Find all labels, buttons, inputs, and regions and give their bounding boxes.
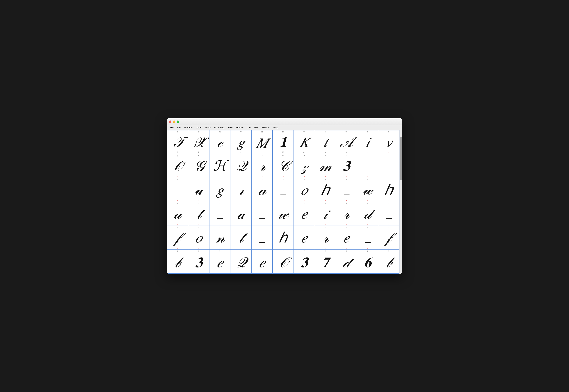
glyph-cell[interactable]: ?𝒪 (273, 250, 294, 274)
glyph-cell[interactable]: ?𝓇? (252, 154, 273, 178)
glyph-cell[interactable]: ?𝑜? (188, 226, 210, 250)
glyph-cell[interactable]: ?𝑒 (210, 250, 231, 274)
menu-item-element[interactable]: Element (183, 126, 195, 129)
glyph-cell[interactable]: ?𝓉? (188, 202, 210, 226)
glyph-cell[interactable]: ?𝓌? (357, 178, 378, 202)
glyph-cell[interactable]: ?𝓇? (315, 226, 336, 250)
glyph-cell[interactable]: ?𝒷 (167, 250, 188, 274)
scrollbar-thumb[interactable] (400, 137, 402, 180)
glyph-cell[interactable]: ?_? (252, 226, 273, 250)
menu-item-encoding[interactable]: Encoding (213, 126, 225, 129)
menu-item-mm[interactable]: MM (253, 126, 260, 129)
glyph-cell[interactable]: ?𝟑 (294, 250, 315, 274)
glyph-cell[interactable]: ?𝒻? (167, 226, 188, 250)
glyph-cell[interactable]: ?𝒻? (378, 226, 399, 250)
glyph-cell[interactable]: 吟𝑔𝒔 (230, 130, 252, 154)
glyph-cell[interactable]: 甲𝒜i (336, 130, 357, 154)
glyph-cell[interactable]: ?𝒹? (357, 202, 378, 226)
glyph-cell[interactable]: ?𝒹 (336, 250, 357, 274)
scrollbar-track[interactable] (399, 130, 402, 274)
glyph-cell[interactable]: ?𝑜? (294, 178, 315, 202)
glyph-cell[interactable]: ?_? (378, 202, 399, 226)
glyph-cell[interactable]: ?? (357, 154, 378, 178)
glyph-cell[interactable]: ?𝓇? (336, 202, 357, 226)
glyph-cell[interactable]: ?𝓇? (230, 178, 252, 202)
close-button[interactable] (169, 121, 171, 123)
glyph-cell[interactable]: ?ℎ? (273, 226, 294, 250)
glyph-footer: ? (261, 175, 263, 178)
glyph-footer (198, 273, 199, 273)
glyph-cell[interactable]: ?_? (357, 226, 378, 250)
maximize-button[interactable] (177, 121, 179, 123)
glyph-cell[interactable]: ?𝓃? (210, 226, 231, 250)
glyph-cell[interactable]: ホ𝒳囲 (188, 130, 210, 154)
glyph-cell[interactable]: ?𝑒? (294, 226, 315, 250)
glyph-character: 𝟕 (322, 252, 329, 273)
glyph-cell[interactable]: ?𝓏? (294, 154, 315, 178)
glyph-cell[interactable]: 甲𝐾𝑔ᵐ (294, 130, 315, 154)
glyph-character: 𝒶 (258, 181, 266, 199)
glyph-cell[interactable]: ?_? (273, 178, 294, 202)
glyph-cell[interactable]: ?_? (336, 178, 357, 202)
glyph-footer (240, 273, 242, 273)
glyph-cell[interactable]: ?𝓌? (273, 202, 294, 226)
glyph-cell[interactable]: ?𝒷 (378, 250, 399, 274)
glyph-cell[interactable]: ?𝑒? (294, 202, 315, 226)
glyph-cell[interactable]: 囲𝒞? (273, 154, 294, 178)
glyph-cell[interactable]: ?𝓂? (315, 154, 336, 178)
glyph-cell[interactable]: 斟𝑡8 (315, 130, 336, 154)
glyph-cell[interactable]: ?𝟑? (336, 154, 357, 178)
menu-item-view[interactable]: View (226, 126, 234, 129)
glyph-cell[interactable]: 囲𝒯囲 (167, 130, 188, 154)
glyph-cell[interactable]: 囲𝒢? (188, 154, 210, 178)
glyph-header: ? (294, 178, 315, 181)
scrollbar[interactable] (399, 130, 402, 274)
glyph-footer: 囲 (282, 151, 285, 154)
glyph-cell[interactable]: ?𝒶? (167, 202, 188, 226)
glyph-cell[interactable]: 俊𝟏囲 (273, 130, 294, 154)
glyph-cell[interactable]: ?𝒬 (230, 250, 252, 274)
glyph-footer (177, 273, 178, 273)
glyph-cell[interactable]: ?𝓉? (230, 226, 252, 250)
glyph-cell[interactable]: ?𝑔? (210, 178, 231, 202)
glyph-cell[interactable]: 囲𝑀 (252, 130, 273, 154)
menu-item-file[interactable]: File (168, 126, 175, 129)
menu-item-window[interactable]: Window (260, 126, 271, 129)
glyph-cell[interactable]: ?𝑒 (252, 250, 273, 274)
menu-item-cid[interactable]: CID (245, 126, 252, 129)
glyph-cell[interactable]: 甲𝑖? (357, 130, 378, 154)
glyph-header: ? (315, 226, 336, 229)
glyph-cell[interactable]: ?? (378, 154, 399, 178)
menu-item-edit[interactable]: Edit (175, 126, 182, 129)
menu-item-help[interactable]: Help (272, 126, 280, 129)
glyph-cell[interactable]: ?_? (210, 202, 231, 226)
glyph-footer: ? (388, 223, 390, 225)
glyph-cell[interactable]: 楊𝒸→ (210, 130, 231, 154)
glyph-cell[interactable]: ?𝒶? (252, 178, 273, 202)
menu-item-tools[interactable]: Tools (195, 126, 203, 129)
glyph-header: ? (167, 202, 188, 205)
glyph-cell[interactable]: ?𝒾? (315, 202, 336, 226)
glyph-cell[interactable]: ?𝟕 (315, 250, 336, 274)
minimize-button[interactable] (173, 121, 175, 123)
glyph-cell[interactable]: ?ℎ? (315, 178, 336, 202)
glyph-cell[interactable]: ?ℎ? (378, 178, 399, 202)
glyph-header: ? (273, 226, 294, 229)
glyph-cell[interactable]: ?ℋ? (210, 154, 231, 178)
glyph-cell[interactable]: 怒𝒪? (167, 154, 188, 178)
menu-item-metrics[interactable]: Metrics (234, 126, 245, 129)
glyph-cell[interactable]: ?𝟑 (188, 250, 210, 274)
glyph-header: ? (210, 202, 230, 205)
glyph-cell[interactable]: ?? (167, 178, 188, 202)
glyph-cell[interactable]: 甲𝑣? (378, 130, 399, 154)
glyph-cell[interactable]: ?𝑒? (336, 226, 357, 250)
glyph-cell[interactable]: ?𝒬? (230, 154, 252, 178)
glyph-cell[interactable]: ?𝟔 (357, 250, 378, 274)
glyph-cell[interactable]: ?𝓊? (188, 178, 210, 202)
glyph-cell[interactable]: ?𝒶? (230, 202, 252, 226)
glyph-header: ホ (188, 130, 209, 133)
glyph-character: 𝓌 (278, 205, 288, 223)
glyph-cell[interactable]: ?_? (252, 202, 273, 226)
glyph-character: 𝟔 (364, 252, 371, 273)
menu-item-hints[interactable]: Hints (204, 126, 212, 129)
